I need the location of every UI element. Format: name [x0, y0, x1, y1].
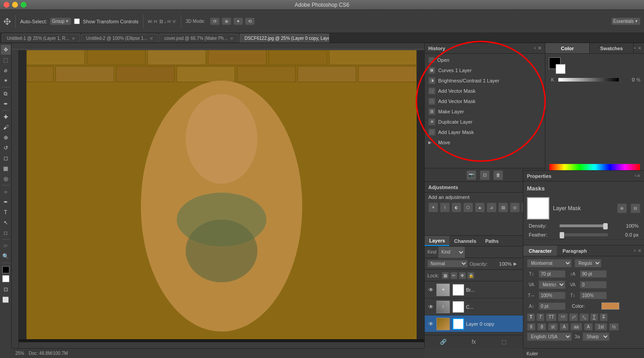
hand-tool[interactable]: ☞: [1, 241, 11, 251]
foreground-color-swatch[interactable]: [549, 57, 561, 69]
fractions-btn[interactable]: ½: [609, 323, 619, 331]
hue-saturation-adj[interactable]: ▲: [475, 203, 485, 212]
close-button[interactable]: [4, 2, 9, 8]
brightness-contrast-adj[interactable]: ☀: [428, 203, 438, 212]
screen-mode[interactable]: ⬜: [1, 295, 11, 305]
titling-btn[interactable]: A: [584, 323, 593, 331]
dodge-tool[interactable]: ○: [1, 187, 11, 197]
gradient-tool[interactable]: ▦: [1, 164, 11, 173]
font-color-swatch[interactable]: [601, 302, 619, 310]
tab-channels[interactable]: Channels: [449, 236, 481, 246]
history-item[interactable]: ⊕ Duplicate Layer: [425, 116, 545, 127]
char-panel-options[interactable]: ≡: [634, 249, 636, 253]
k-slider[interactable]: [558, 78, 619, 82]
tab-cover[interactable]: cover.psd @ 66.7% (Make Ph... ✕: [159, 34, 239, 43]
3d-btn-3[interactable]: ✦: [233, 17, 243, 25]
history-item[interactable]: ▥ Make Layer: [425, 106, 545, 116]
layers-kind-dropdown[interactable]: Kind: [438, 246, 465, 258]
tab-color[interactable]: Color: [545, 43, 589, 53]
properties-close[interactable]: ✕: [637, 173, 640, 178]
history-item[interactable]: Open: [425, 55, 545, 65]
new-snapshot-button[interactable]: 📷: [466, 170, 476, 180]
essentials-dropdown[interactable]: Essentials ▼: [611, 17, 641, 25]
leading-field[interactable]: [580, 270, 607, 278]
anti-alias-dropdown[interactable]: Sharp Crisp Strong Smooth: [583, 332, 609, 341]
layer-visibility-toggle[interactable]: 👁: [427, 303, 435, 311]
lock-transparency-icon[interactable]: ▦: [442, 272, 449, 279]
magic-wand-tool[interactable]: ✴: [1, 76, 11, 86]
create-new-doc-button[interactable]: ⊡: [480, 170, 490, 180]
tab-layers[interactable]: Layers: [425, 236, 449, 246]
layer-visibility-toggle[interactable]: 👁: [427, 320, 435, 328]
group-dropdown[interactable]: Group ▼: [50, 17, 71, 25]
eraser-tool[interactable]: ◻: [1, 153, 11, 163]
exposure-adj[interactable]: ◐: [452, 203, 461, 212]
shape-tool[interactable]: □: [1, 228, 11, 238]
feather-slider-handle[interactable]: [560, 232, 564, 238]
baseline-shift-field[interactable]: [539, 302, 566, 310]
3d-btn-1[interactable]: ⟳: [210, 17, 220, 25]
density-slider[interactable]: [559, 224, 608, 228]
add-mask-button[interactable]: ⬚: [499, 337, 509, 347]
strikethrough-btn[interactable]: T: [600, 313, 608, 321]
brush-tool[interactable]: 🖌: [1, 122, 11, 132]
tracking-field[interactable]: [580, 281, 607, 289]
history-panel-options[interactable]: ≡: [534, 46, 536, 50]
minimize-button[interactable]: [12, 2, 18, 8]
canvas-content[interactable]: [19, 50, 424, 339]
healing-tool[interactable]: ✚: [1, 112, 11, 122]
tab-dscf6122[interactable]: DSCF6122.jpg @ 25% (Layer 0 copy, Layer …: [239, 34, 329, 43]
font-style-dropdown[interactable]: Regular: [574, 259, 601, 267]
show-transform-controls[interactable]: Show Transform Controls: [74, 18, 139, 24]
3d-btn-2[interactable]: ⊕: [222, 17, 231, 25]
tab-close-icon-3[interactable]: ✕: [230, 36, 234, 41]
contextual-btn[interactable]: st: [548, 323, 558, 331]
type-tool[interactable]: T: [1, 207, 11, 217]
tab-character[interactable]: Character: [523, 246, 557, 256]
background-color-swatch[interactable]: [556, 64, 566, 74]
tab-untitled1[interactable]: Untitled-1 @ 25% (Layer 1, R... ✕: [2, 34, 80, 43]
font-family-dropdown[interactable]: Montserrat: [527, 259, 572, 267]
feather-slider[interactable]: [559, 233, 608, 237]
background-color[interactable]: [2, 275, 9, 282]
tab-swatches[interactable]: Swatches: [590, 43, 634, 53]
lock-pixels-icon[interactable]: ✏: [450, 272, 457, 279]
tab-paths[interactable]: Paths: [481, 236, 503, 246]
blend-mode-dropdown[interactable]: Normal Multiply Screen: [427, 260, 468, 267]
quick-mask-mode[interactable]: ⊡: [1, 285, 11, 294]
pen-tool[interactable]: ✒: [1, 197, 11, 207]
link-layers-button[interactable]: 🔗: [439, 337, 448, 347]
tab-untitled2[interactable]: Untitled-2 @ 100% (Ellipse 1... ✕: [81, 34, 158, 43]
horizontal-scale-field[interactable]: [539, 292, 566, 299]
delete-state-button[interactable]: 🗑: [493, 170, 503, 180]
italic-btn[interactable]: T: [536, 313, 544, 321]
allcaps-btn[interactable]: TT: [546, 313, 557, 321]
path-selection-tool[interactable]: ↖: [1, 218, 11, 228]
super-btn[interactable]: Ts: [569, 313, 578, 321]
move-tool[interactable]: ✥: [1, 45, 11, 55]
history-brush-tool[interactable]: ↺: [1, 143, 11, 153]
clone-tool[interactable]: ⊕: [1, 133, 11, 142]
history-item[interactable]: ⬚ Add Vector Mask: [425, 96, 545, 106]
add-layer-style-button[interactable]: fx: [469, 337, 479, 347]
lock-position-icon[interactable]: ✥: [459, 272, 466, 279]
eyedropper-tool[interactable]: ✒: [1, 99, 11, 109]
language-dropdown[interactable]: English: USA: [527, 332, 572, 341]
vibrance-adj[interactable]: ⬡: [463, 203, 473, 212]
tab-paragraph[interactable]: Paragraph: [557, 246, 592, 256]
mask-apply-button[interactable]: ⊕: [617, 203, 627, 213]
curves-adj[interactable]: ⌇: [440, 203, 450, 212]
history-item[interactable]: ◑ Brightness/Contrast 1 Layer: [425, 75, 545, 86]
color-balance-adj[interactable]: ⊿: [487, 203, 496, 212]
smallcaps-btn[interactable]: TT: [558, 313, 568, 321]
color-panel-close[interactable]: ✕: [638, 46, 641, 51]
color-panel-options[interactable]: ≡: [634, 46, 636, 50]
ordinals-btn[interactable]: 1st: [595, 323, 607, 331]
history-item[interactable]: ⬚ Add Vector Mask: [425, 86, 545, 96]
maximize-button[interactable]: [21, 2, 26, 8]
lasso-tool[interactable]: ⌀: [1, 65, 11, 75]
horizontal-scrollbar[interactable]: [19, 342, 424, 348]
opacity-arrow[interactable]: ▶: [513, 261, 517, 266]
char-panel-close[interactable]: ✕: [638, 248, 641, 253]
discretionary-btn[interactable]: A: [560, 323, 569, 331]
